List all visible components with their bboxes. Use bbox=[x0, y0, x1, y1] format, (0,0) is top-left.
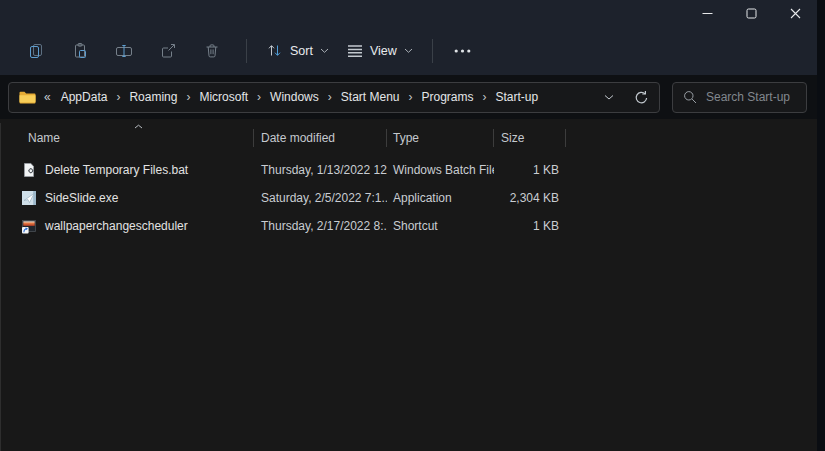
paste-button[interactable] bbox=[60, 34, 100, 68]
column-header-type[interactable]: Type bbox=[387, 123, 494, 153]
column-header-date-modified[interactable]: Date modified bbox=[254, 123, 387, 153]
minimize-icon bbox=[702, 8, 713, 19]
file-size: 2,304 KB bbox=[494, 191, 566, 205]
file-type: Application bbox=[387, 191, 494, 205]
view-button-label: View bbox=[370, 44, 397, 58]
file-date-modified: Thursday, 1/13/2022 12... bbox=[254, 163, 387, 177]
file-date-modified: Thursday, 2/17/2022 8:... bbox=[254, 219, 387, 233]
titlebar[interactable] bbox=[0, 0, 817, 26]
chevron-down-icon bbox=[404, 48, 413, 54]
toolbar-separator bbox=[432, 39, 433, 63]
view-button[interactable]: View bbox=[338, 34, 422, 68]
sort-button-label: Sort bbox=[290, 44, 313, 58]
breadcrumb-item[interactable]: Start-up bbox=[494, 87, 541, 107]
rename-button[interactable] bbox=[104, 34, 144, 68]
window-controls bbox=[685, 0, 817, 26]
toolbar-separator bbox=[246, 39, 247, 63]
command-bar: Sort View bbox=[0, 26, 817, 75]
breadcrumb-chevron-icon: › bbox=[250, 90, 268, 104]
search-box[interactable] bbox=[672, 82, 807, 113]
folder-icon bbox=[19, 91, 36, 104]
close-icon bbox=[790, 8, 801, 19]
batch-file-icon bbox=[21, 162, 37, 178]
breadcrumb-item[interactable]: AppData bbox=[59, 87, 110, 107]
breadcrumb-item[interactable]: Microsoft bbox=[197, 87, 250, 107]
breadcrumb-item[interactable]: Roaming bbox=[127, 87, 179, 107]
breadcrumb-chevron-icon: › bbox=[402, 90, 420, 104]
breadcrumb-item[interactable]: Start Menu bbox=[339, 87, 402, 107]
breadcrumb-collapse-chevrons[interactable]: « bbox=[44, 90, 50, 104]
breadcrumb-item[interactable]: Windows bbox=[268, 87, 321, 107]
column-header-size[interactable]: Size bbox=[494, 123, 566, 153]
file-date-modified: Saturday, 2/5/2022 7:1... bbox=[254, 191, 387, 205]
file-type: Windows Batch File bbox=[387, 163, 494, 177]
file-row[interactable]: Delete Temporary Files.bat Thursday, 1/1… bbox=[1, 156, 817, 184]
more-options-button[interactable] bbox=[443, 34, 483, 68]
file-size: 1 KB bbox=[494, 219, 566, 233]
copy-icon bbox=[27, 42, 45, 60]
file-name: Delete Temporary Files.bat bbox=[45, 163, 188, 177]
search-input[interactable] bbox=[706, 90, 796, 104]
minimize-button[interactable] bbox=[685, 0, 729, 26]
delete-icon bbox=[203, 42, 221, 60]
rename-icon bbox=[115, 42, 133, 60]
address-bar[interactable]: « AppData › Roaming › Microsoft › Window… bbox=[8, 82, 660, 113]
view-icon bbox=[347, 44, 363, 58]
refresh-icon[interactable] bbox=[634, 90, 649, 105]
file-list-pane: Name Date modified Type Size Delete Temp… bbox=[0, 123, 817, 451]
column-header-name[interactable]: Name bbox=[1, 123, 254, 153]
search-icon bbox=[683, 90, 697, 104]
breadcrumb-chevron-icon: › bbox=[321, 90, 339, 104]
address-row: « AppData › Roaming › Microsoft › Window… bbox=[0, 75, 817, 119]
address-dropdown-chevron-icon[interactable] bbox=[604, 94, 614, 101]
breadcrumb-item[interactable]: Programs bbox=[420, 87, 476, 107]
file-type: Shortcut bbox=[387, 219, 494, 233]
file-name: SideSlide.exe bbox=[45, 191, 118, 205]
maximize-icon bbox=[746, 8, 757, 19]
column-header-row: Name Date modified Type Size bbox=[1, 123, 817, 153]
file-explorer-window: Sort View « AppData › Roaming bbox=[0, 0, 817, 451]
more-options-icon bbox=[454, 49, 471, 53]
breadcrumb-chevron-icon: › bbox=[109, 90, 127, 104]
sort-icon bbox=[266, 42, 283, 59]
chevron-down-icon bbox=[320, 48, 329, 54]
share-button[interactable] bbox=[148, 34, 188, 68]
copy-button[interactable] bbox=[16, 34, 56, 68]
paste-icon bbox=[71, 42, 89, 60]
file-row[interactable]: wallpaperchangescheduler Thursday, 2/17/… bbox=[1, 212, 817, 240]
file-row[interactable]: SideSlide.exe Saturday, 2/5/2022 7:1... … bbox=[1, 184, 817, 212]
close-button[interactable] bbox=[773, 0, 817, 26]
file-name: wallpaperchangescheduler bbox=[45, 219, 188, 233]
sort-button[interactable]: Sort bbox=[257, 34, 338, 68]
file-rows: Delete Temporary Files.bat Thursday, 1/1… bbox=[1, 156, 817, 240]
share-icon bbox=[159, 42, 177, 60]
file-size: 1 KB bbox=[494, 163, 566, 177]
maximize-button[interactable] bbox=[729, 0, 773, 26]
delete-button[interactable] bbox=[192, 34, 232, 68]
shortcut-icon bbox=[21, 218, 37, 234]
breadcrumb-chevron-icon: › bbox=[179, 90, 197, 104]
application-icon bbox=[21, 190, 37, 206]
breadcrumb-chevron-icon: › bbox=[476, 90, 494, 104]
